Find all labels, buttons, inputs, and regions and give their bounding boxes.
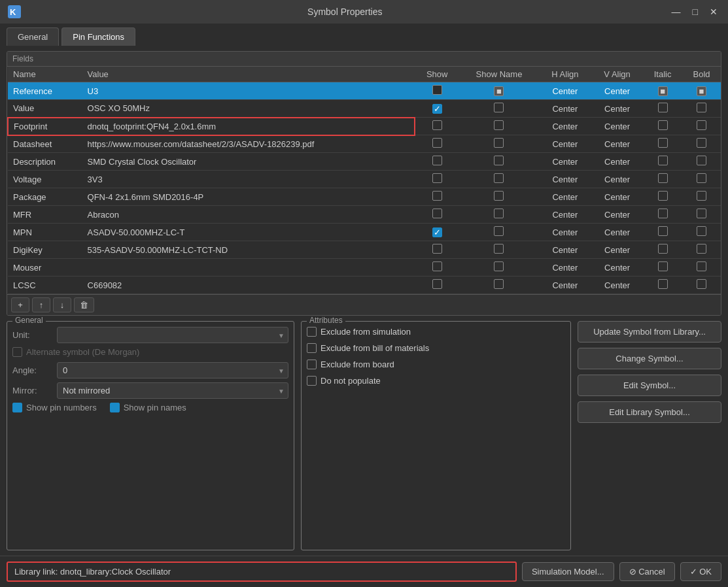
ok-button[interactable]: ✓ OK [680, 562, 721, 581]
field-value-cell[interactable] [82, 259, 415, 277]
cancel-button[interactable]: ⊘ Cancel [619, 562, 675, 581]
field-value-cell[interactable]: 535-ASADV-50.000MHZ-LC-TCT-ND [82, 241, 415, 259]
show-checkbox[interactable]: ✓ [432, 227, 442, 237]
attr-checkbox-1[interactable] [307, 343, 317, 353]
field-value-cell[interactable]: SMD Crystal Clock Oscillator [82, 153, 415, 171]
bold-checkbox[interactable] [697, 120, 706, 130]
show-name-checkbox[interactable] [494, 244, 504, 254]
show-name-checkbox[interactable] [494, 209, 504, 218]
bold-checkbox[interactable] [697, 209, 706, 218]
italic-checkbox[interactable] [658, 226, 668, 236]
show-checkbox[interactable] [432, 138, 442, 148]
show-name-checkbox[interactable] [494, 173, 504, 183]
maximize-button[interactable]: □ [689, 5, 702, 18]
show-pin-numbers-checkbox[interactable] [12, 403, 22, 412]
unit-select[interactable] [57, 327, 288, 343]
show-checkbox[interactable] [432, 209, 442, 218]
field-value-cell[interactable]: dnotq_footprint:QFN4_2.0x1.6mm [82, 118, 415, 135]
attr-checkbox-0[interactable] [307, 327, 317, 337]
tab-general[interactable]: General [7, 27, 59, 46]
table-row[interactable]: ValueOSC XO 50MHz✓CenterCenter [8, 100, 721, 118]
show-checkbox[interactable] [432, 244, 442, 254]
show-checkbox[interactable]: ✓ [432, 104, 442, 114]
minimize-button[interactable]: — [668, 5, 685, 18]
show-name-checkbox[interactable] [494, 120, 504, 130]
show-checkbox[interactable] [432, 156, 442, 165]
bold-checkbox[interactable] [697, 226, 706, 236]
italic-checkbox[interactable] [658, 173, 668, 183]
show-pin-names-checkbox[interactable] [110, 403, 120, 412]
show-name-checkbox[interactable] [494, 156, 504, 165]
simulation-model-button[interactable]: Simulation Model... [522, 562, 614, 581]
field-value-cell[interactable]: Abracon [82, 206, 415, 224]
table-row[interactable]: Footprintdnotq_footprint:QFN4_2.0x1.6mmC… [8, 118, 721, 135]
italic-checkbox[interactable] [658, 120, 668, 130]
italic-checkbox[interactable] [658, 261, 668, 271]
show-name-checkbox[interactable] [494, 226, 504, 236]
show-name-checkbox[interactable] [494, 103, 504, 112]
show-name-checkbox[interactable] [494, 261, 504, 271]
field-value-cell[interactable]: https://www.mouser.com/datasheet/2/3/ASA… [82, 135, 415, 153]
bold-checkbox[interactable] [697, 173, 706, 183]
field-value-cell[interactable]: U3 [82, 82, 415, 100]
field-value-cell[interactable]: C669082 [82, 277, 415, 294]
italic-checkbox[interactable] [658, 138, 668, 148]
table-row[interactable]: PackageQFN-4 2x1.6mm SMD2016-4PCenterCen… [8, 188, 721, 206]
show-checkbox[interactable] [432, 261, 442, 271]
attr-checkbox-3[interactable] [307, 376, 317, 386]
mirror-select[interactable]: Not mirrored [57, 382, 288, 399]
show-name-checkbox[interactable]: ■ [494, 86, 504, 96]
add-field-button[interactable]: + [11, 297, 29, 312]
bold-checkbox[interactable] [697, 261, 706, 271]
show-name-checkbox[interactable] [494, 279, 504, 289]
show-name-checkbox[interactable] [494, 191, 504, 201]
field-valign-cell: Center [591, 259, 643, 277]
table-row[interactable]: MFRAbraconCenterCenter [8, 206, 721, 224]
italic-checkbox[interactable] [658, 244, 668, 254]
move-up-button[interactable]: ↑ [32, 297, 50, 312]
tab-pin-functions[interactable]: Pin Functions [61, 27, 135, 46]
table-row[interactable]: DigiKey535-ASADV-50.000MHZ-LC-TCT-NDCent… [8, 241, 721, 259]
edit-library-symbol-button[interactable]: Edit Library Symbol... [578, 401, 721, 423]
bold-checkbox[interactable] [697, 156, 706, 165]
show-checkbox[interactable] [432, 173, 442, 183]
bold-checkbox[interactable]: ■ [697, 86, 706, 96]
show-checkbox[interactable] [432, 120, 442, 130]
delete-field-button[interactable]: 🗑 [74, 297, 94, 312]
bold-checkbox[interactable] [697, 103, 706, 112]
italic-checkbox[interactable] [658, 156, 668, 165]
field-value-cell[interactable]: ASADV-50.000MHZ-LC-T [82, 224, 415, 241]
table-row[interactable]: DescriptionSMD Crystal Clock OscillatorC… [8, 153, 721, 171]
italic-checkbox[interactable] [658, 103, 668, 112]
table-row[interactable]: MouserCenterCenter [8, 259, 721, 277]
show-checkbox[interactable] [432, 279, 442, 289]
italic-checkbox[interactable]: ■ [658, 86, 668, 96]
field-name-cell: MFR [8, 206, 82, 224]
change-symbol-button[interactable]: Change Symbol... [578, 348, 721, 369]
show-checkbox[interactable] [432, 191, 442, 201]
italic-checkbox[interactable] [658, 279, 668, 289]
show-name-checkbox[interactable] [494, 138, 504, 148]
field-value-cell[interactable]: 3V3 [82, 171, 415, 188]
italic-checkbox[interactable] [658, 191, 668, 201]
edit-symbol-button[interactable]: Edit Symbol... [578, 375, 721, 396]
move-down-button[interactable]: ↓ [53, 297, 71, 312]
field-value-cell[interactable]: QFN-4 2x1.6mm SMD2016-4P [82, 188, 415, 206]
table-row[interactable]: Voltage3V3CenterCenter [8, 171, 721, 188]
italic-checkbox[interactable] [658, 209, 668, 218]
table-row[interactable]: ReferenceU3■CenterCenter■■ [8, 82, 721, 100]
table-row[interactable]: MPNASADV-50.000MHZ-LC-T✓CenterCenter [8, 224, 721, 241]
alternate-symbol-checkbox[interactable] [12, 347, 22, 357]
attr-checkbox-2[interactable] [307, 360, 317, 369]
bold-checkbox[interactable] [697, 279, 706, 289]
table-row[interactable]: Datasheethttps://www.mouser.com/datashee… [8, 135, 721, 153]
show-checkbox[interactable] [432, 85, 442, 95]
table-row[interactable]: LCSCC669082CenterCenter [8, 277, 721, 294]
angle-select[interactable]: 0 [57, 362, 288, 378]
close-button[interactable]: ✕ [706, 5, 721, 18]
bold-checkbox[interactable] [697, 244, 706, 254]
update-symbol-button[interactable]: Update Symbol from Library... [578, 321, 721, 343]
field-value-cell[interactable]: OSC XO 50MHz [82, 100, 415, 118]
bold-checkbox[interactable] [697, 191, 706, 201]
bold-checkbox[interactable] [697, 138, 706, 148]
